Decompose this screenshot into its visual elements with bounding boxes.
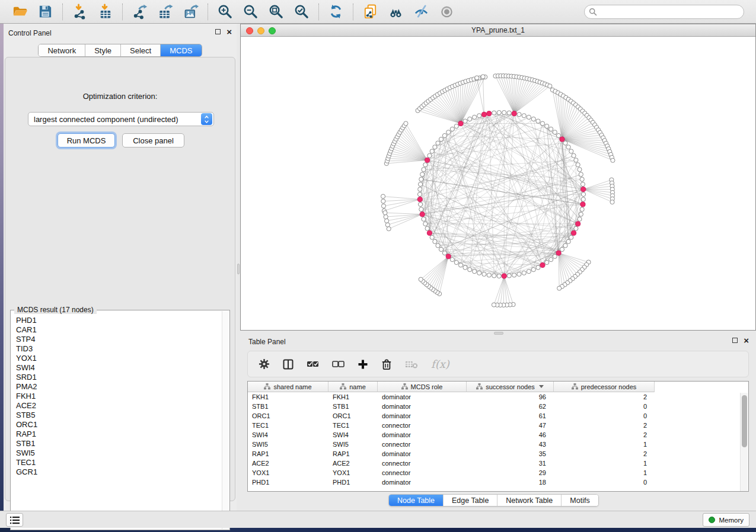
close-panel-icon[interactable]: ×: [227, 29, 232, 34]
cell: 18: [467, 477, 554, 487]
mcds-result-item[interactable]: TEC1: [11, 458, 222, 467]
mcds-list-scrollbar[interactable]: [222, 311, 229, 529]
mcds-result-item[interactable]: STP4: [11, 335, 222, 344]
tab-edge-table[interactable]: Edge Table: [444, 495, 497, 506]
mcds-result-item[interactable]: YOX1: [11, 354, 222, 363]
table-row[interactable]: ORC1ORC1dominator610: [248, 411, 740, 421]
cell: SWI4: [328, 430, 378, 440]
toolbar-separator: [122, 4, 123, 20]
cell: 2: [554, 430, 655, 440]
first-neighbors-button[interactable]: [383, 2, 409, 21]
table-settings-button[interactable]: [259, 358, 270, 370]
network-graph[interactable]: [241, 37, 755, 330]
delete-column-button[interactable]: [381, 358, 392, 370]
select-all-button[interactable]: [307, 359, 319, 369]
tab-select[interactable]: Select: [121, 44, 161, 56]
optimization-criterion-select[interactable]: largest connected component (undirected): [28, 112, 214, 126]
tab-node-table[interactable]: Node Table: [389, 495, 444, 506]
table-row[interactable]: RAP1RAP1dominator352: [248, 449, 740, 459]
tab-motifs[interactable]: Motifs: [562, 495, 598, 506]
mcds-result-list[interactable]: PHD1CAR1STP4TID3YOX1SWI4SRD1PMA2FKH1ACE2…: [11, 316, 222, 529]
horizontal-splitter-handle[interactable]: [494, 332, 503, 335]
log-list-icon: [10, 516, 20, 524]
close-table-panel-icon[interactable]: ×: [744, 338, 749, 343]
mcds-result-item[interactable]: PHD1: [11, 316, 222, 325]
cell: connector: [378, 440, 467, 449]
save-session-button[interactable]: [33, 2, 58, 21]
search-input[interactable]: [584, 5, 744, 19]
table-row[interactable]: TEC1TEC1connector472: [248, 421, 740, 430]
delete-table-button-disabled[interactable]: [405, 360, 418, 369]
export-table-button[interactable]: [152, 2, 178, 21]
mcds-result-item[interactable]: SRD1: [11, 373, 222, 382]
cell: ACE2: [328, 459, 378, 468]
table-row[interactable]: PHD1PHD1dominator180: [248, 477, 740, 487]
column-header-name[interactable]: name: [328, 382, 378, 392]
table-scrollbar-thumb[interactable]: [742, 395, 747, 447]
table-scrollbar[interactable]: [740, 393, 748, 491]
run-mcds-button[interactable]: Run MCDS: [58, 133, 115, 148]
deselect-all-button[interactable]: [332, 359, 344, 369]
zoom-in-button[interactable]: [212, 2, 238, 21]
mcds-result-item[interactable]: SWI5: [11, 448, 222, 458]
tab-network-table[interactable]: Network Table: [497, 495, 562, 506]
table-row[interactable]: STB1STB1dominator620: [248, 402, 740, 411]
table-row[interactable]: SWI5SWI5connector431: [248, 440, 740, 449]
mcds-result-item[interactable]: ORC1: [11, 420, 222, 430]
control-panel-header: Control Panel ×: [4, 24, 237, 39]
add-column-button[interactable]: [358, 359, 368, 370]
table-row[interactable]: SWI4SWI4dominator462: [248, 430, 740, 440]
mcds-result-item[interactable]: GCR1: [11, 467, 222, 477]
cell: ACE2: [248, 459, 328, 468]
memory-button[interactable]: Memory: [703, 513, 749, 527]
column-header-MCDS-role[interactable]: MCDS role: [378, 382, 467, 392]
cell: FKH1: [328, 392, 378, 402]
export-image-button[interactable]: [178, 2, 203, 21]
zoom-selected-button[interactable]: [289, 2, 314, 21]
import-network-button[interactable]: [67, 2, 92, 21]
splitter-handle[interactable]: [237, 264, 240, 274]
mcds-result-item[interactable]: CAR1: [11, 325, 222, 335]
cell: 96: [467, 392, 554, 402]
show-column-panel-button[interactable]: [283, 359, 294, 370]
export-network-button[interactable]: [127, 2, 152, 21]
mcds-result-item[interactable]: SWI4: [11, 363, 222, 373]
column-header-successor-nodes[interactable]: successor nodes: [467, 382, 554, 392]
import-table-button[interactable]: [92, 2, 118, 21]
tab-network[interactable]: Network: [39, 44, 85, 56]
search-icon: [589, 8, 597, 16]
mcds-result-item[interactable]: PMA2: [11, 382, 222, 392]
zoom-fit-button[interactable]: [263, 2, 289, 21]
log-console-button[interactable]: [6, 513, 23, 527]
table-row[interactable]: YOX1YOX1connector291: [248, 468, 740, 477]
table-row[interactable]: FKH1FKH1dominator962: [248, 392, 740, 402]
network-window-titlebar[interactable]: YPA_prune.txt_1: [241, 24, 755, 37]
mcds-result-item[interactable]: FKH1: [11, 392, 222, 401]
open-file-button[interactable]: [7, 2, 33, 21]
float-panel-icon[interactable]: [215, 29, 221, 34]
sort-descending-icon: [539, 385, 544, 388]
float-table-panel-icon[interactable]: [732, 338, 738, 343]
mcds-result-item[interactable]: TID3: [11, 344, 222, 354]
mcds-result-item[interactable]: STB1: [11, 439, 222, 448]
control-panel-title: Control Panel: [8, 29, 52, 37]
mcds-result-item[interactable]: ACE2: [11, 401, 222, 411]
clone-network-button[interactable]: [358, 2, 383, 21]
show-all-button[interactable]: [434, 2, 460, 21]
tab-style[interactable]: Style: [85, 44, 121, 56]
mcds-result-item[interactable]: STB5: [11, 411, 222, 420]
attribute-icon: [476, 383, 483, 390]
hide-selected-button[interactable]: [409, 2, 434, 21]
refresh-layout-button[interactable]: [323, 2, 349, 21]
zoom-out-button[interactable]: [238, 2, 263, 21]
close-panel-button[interactable]: Close panel: [122, 133, 184, 148]
cell: SWI5: [248, 440, 328, 449]
toolbar-separator: [208, 4, 208, 20]
table-row[interactable]: ACE2ACE2connector311: [248, 459, 740, 468]
apply-function-button-disabled[interactable]: f(x): [431, 358, 449, 370]
cell: 1: [554, 440, 655, 449]
tab-mcds[interactable]: MCDS: [161, 44, 201, 56]
mcds-result-item[interactable]: RAP1: [11, 430, 222, 439]
column-header-shared-name[interactable]: shared name: [248, 382, 328, 392]
column-header-predecessor-nodes[interactable]: predecessor nodes: [554, 382, 655, 392]
